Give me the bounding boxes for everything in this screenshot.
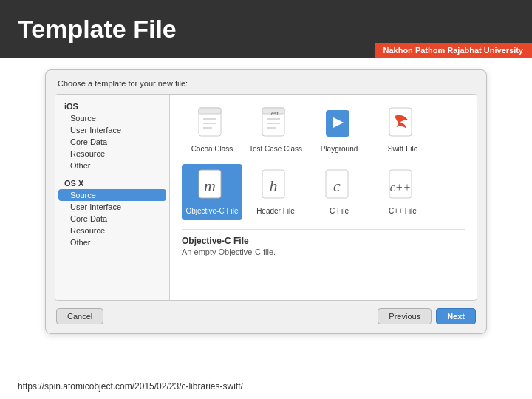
objc-file-label: Objective-C File xyxy=(185,207,238,216)
sidebar-group-osx: OS X xyxy=(55,176,169,189)
sidebar-item-ios-source[interactable]: Source xyxy=(55,112,169,124)
svg-text:m: m xyxy=(204,177,216,195)
svg-rect-1 xyxy=(199,108,221,114)
file-grid: Cocoa Class Test xyxy=(182,102,465,220)
previous-button[interactable]: Previous xyxy=(378,308,432,324)
description-area: Objective-C File An empty Objective-C fi… xyxy=(182,229,465,256)
playground-label: Playground xyxy=(321,145,358,154)
dialog-header: Choose a template for your new file: xyxy=(55,79,477,88)
playground-icon: ▶ xyxy=(321,106,357,142)
sidebar-item-osx-source[interactable]: Source xyxy=(58,189,166,201)
objc-file-icon: m xyxy=(194,168,230,204)
header-file-icon: h xyxy=(258,168,293,204)
file-item-cocoa-class[interactable]: Cocoa Class xyxy=(182,102,242,158)
description-title: Objective-C File xyxy=(182,236,465,246)
sidebar-item-ios-ui[interactable]: User Interface xyxy=(55,124,169,136)
sidebar-item-osx-ui[interactable]: User Interface xyxy=(55,201,169,213)
footer-url: https://spin.atomicobject.com/2015/02/23… xyxy=(18,381,243,392)
top-banner: Template File Nakhon Pathom Rajabhat Uni… xyxy=(0,0,532,58)
svg-text:h: h xyxy=(270,177,278,195)
description-text: An empty Objective-C file. xyxy=(182,248,465,256)
sidebar-item-ios-other[interactable]: Other xyxy=(55,160,169,171)
header-file-label: Header File xyxy=(256,207,295,216)
sidebar-group-ios: iOS xyxy=(55,99,169,112)
content-area: Choose a template for your new file: iOS… xyxy=(0,58,532,341)
file-item-swift-file[interactable]: Swift File xyxy=(372,102,433,158)
cocoa-class-icon xyxy=(194,106,230,142)
sidebar-item-osx-resource[interactable]: Resource xyxy=(55,225,169,236)
cpp-file-icon: c++ xyxy=(385,168,420,204)
svg-text:▶: ▶ xyxy=(332,115,344,129)
file-item-c-file[interactable]: c C File xyxy=(309,164,369,220)
cocoa-class-label: Cocoa Class xyxy=(191,145,233,154)
file-item-cpp-file[interactable]: c++ C++ File xyxy=(372,164,433,220)
sidebar-item-osx-coredata[interactable]: Core Data xyxy=(55,213,169,225)
svg-text:c++: c++ xyxy=(390,181,412,194)
sidebar-item-ios-coredata[interactable]: Core Data xyxy=(55,136,169,148)
sidebar-item-ios-resource[interactable]: Resource xyxy=(55,148,169,160)
file-item-header-file[interactable]: h Header File xyxy=(245,164,306,220)
file-grid-area: Cocoa Class Test xyxy=(170,95,477,300)
next-button[interactable]: Next xyxy=(436,308,476,324)
file-item-test-case-class[interactable]: Test Test Case Class xyxy=(245,102,306,158)
swift-file-icon xyxy=(385,106,420,142)
c-file-label: C File xyxy=(330,207,349,216)
university-badge: Nakhon Pathom Rajabhat University xyxy=(375,43,533,58)
slide-title: Template File xyxy=(18,15,177,44)
slide: Template File Nakhon Pathom Rajabhat Uni… xyxy=(0,0,532,399)
dialog: Choose a template for your new file: iOS… xyxy=(45,69,487,334)
test-case-class-icon: Test xyxy=(258,106,293,142)
file-item-objc-file[interactable]: m Objective-C File xyxy=(182,164,242,220)
cancel-button[interactable]: Cancel xyxy=(56,308,103,324)
dialog-body: iOS Source User Interface Core Data Reso… xyxy=(55,94,477,301)
file-item-playground[interactable]: ▶ Playground xyxy=(309,102,369,158)
sidebar-item-osx-other[interactable]: Other xyxy=(55,236,169,248)
swift-file-label: Swift File xyxy=(388,145,418,154)
test-case-class-label: Test Case Class xyxy=(249,145,302,154)
c-file-icon: c xyxy=(321,168,357,204)
svg-text:c: c xyxy=(333,177,341,195)
cpp-file-label: C++ File xyxy=(389,207,417,216)
button-group: Previous Next xyxy=(378,308,476,324)
svg-text:Test: Test xyxy=(269,111,279,116)
sidebar: iOS Source User Interface Core Data Reso… xyxy=(55,95,170,300)
dialog-footer: Cancel Previous Next xyxy=(55,308,477,324)
